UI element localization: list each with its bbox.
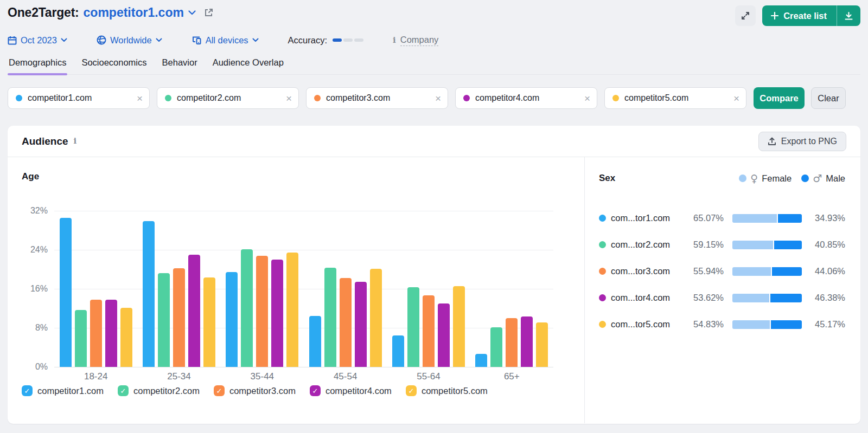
close-icon[interactable]: × <box>435 93 441 104</box>
age-bar-competitor5.com-45-54[interactable] <box>370 269 382 367</box>
globe-icon <box>97 35 106 45</box>
legend-label: competitor1.com <box>37 386 104 396</box>
expand-icon <box>741 11 750 21</box>
age-bar-competitor2.com-35-44[interactable] <box>241 249 253 367</box>
devices-filter[interactable]: All devices <box>192 35 259 46</box>
male-percent: 46.38% <box>809 293 845 303</box>
age-bar-competitor5.com-35-44[interactable] <box>286 253 298 367</box>
company-link[interactable]: i Company <box>393 35 438 46</box>
age-group-35-44: 35-44 <box>221 211 304 367</box>
domain-selector[interactable]: competitor1.com <box>84 5 184 20</box>
sex-row-com...tor3.com: com...tor3.com55.94%44.06% <box>599 258 845 285</box>
tab-audience-overlap[interactable]: Audience Overlap <box>212 55 285 74</box>
age-bar-competitor3.com-65+[interactable] <box>506 318 518 367</box>
age-bar-competitor4.com-35-44[interactable] <box>271 260 283 367</box>
checkbox-checked-icon[interactable]: ✓ <box>310 385 321 396</box>
create-list-button[interactable]: Create list <box>762 5 837 26</box>
x-axis-label: 25-34 <box>137 371 220 382</box>
tab-behavior[interactable]: Behavior <box>161 55 199 74</box>
age-bar-competitor2.com-18-24[interactable] <box>75 310 87 367</box>
age-bar-competitor2.com-25-34[interactable] <box>158 273 170 367</box>
compare-button[interactable]: Compare <box>754 87 805 109</box>
legend-item-competitor5.com[interactable]: ✓competitor5.com <box>406 385 488 396</box>
sex-split-bar[interactable] <box>732 214 802 223</box>
external-link-icon[interactable] <box>203 8 214 18</box>
age-bar-competitor2.com-45-54[interactable] <box>324 268 336 367</box>
sex-split-bar[interactable] <box>732 320 802 329</box>
location-filter[interactable]: Worldwide <box>97 35 162 46</box>
age-bar-competitor3.com-35-44[interactable] <box>256 256 268 367</box>
male-percent: 40.85% <box>809 240 845 250</box>
series-color-dot <box>612 95 619 101</box>
age-bar-competitor4.com-18-24[interactable] <box>105 300 117 367</box>
age-bar-competitor5.com-55-64[interactable] <box>453 286 465 367</box>
age-bar-competitor3.com-18-24[interactable] <box>90 300 102 367</box>
sex-title: Sex <box>599 173 615 184</box>
sex-split-bar[interactable] <box>732 294 802 302</box>
age-bar-competitor2.com-55-64[interactable] <box>407 287 419 367</box>
accuracy-meter <box>333 38 363 42</box>
age-bar-competitor4.com-55-64[interactable] <box>438 303 450 367</box>
age-bar-competitor1.com-18-24[interactable] <box>60 218 72 367</box>
female-percent: 53.62% <box>686 293 724 303</box>
checkbox-checked-icon[interactable]: ✓ <box>118 385 129 396</box>
sex-row-domain: com...tor2.com <box>611 240 686 250</box>
info-icon[interactable]: i <box>74 137 77 145</box>
chip-competitor4[interactable]: competitor4.com × <box>455 87 597 109</box>
download-button[interactable] <box>837 5 860 26</box>
date-filter[interactable]: Oct 2023 <box>8 35 67 46</box>
age-bar-competitor4.com-25-34[interactable] <box>188 255 200 367</box>
age-bar-competitor5.com-18-24[interactable] <box>120 308 132 367</box>
chip-competitor5[interactable]: competitor5.com × <box>604 87 746 109</box>
close-icon[interactable]: × <box>584 93 590 104</box>
age-bar-competitor1.com-45-54[interactable] <box>309 316 321 367</box>
x-axis-label: 35-44 <box>221 371 304 382</box>
close-icon[interactable]: × <box>137 93 143 104</box>
age-bar-competitor5.com-25-34[interactable] <box>203 277 215 367</box>
export-to-png-button[interactable]: Export to PNG <box>758 132 846 151</box>
y-axis-tick: 8% <box>22 323 48 333</box>
series-color-dot <box>463 95 470 101</box>
age-bar-competitor1.com-55-64[interactable] <box>392 335 404 367</box>
close-icon[interactable]: × <box>733 93 739 104</box>
chevron-down-icon <box>156 38 162 42</box>
clear-button[interactable]: Clear <box>811 87 846 109</box>
chip-competitor1[interactable]: competitor1.com × <box>8 87 150 109</box>
x-axis-label: 18-24 <box>54 371 137 382</box>
sex-rows: com...tor1.com65.07%34.93%com...tor2.com… <box>599 205 845 338</box>
age-bar-competitor4.com-45-54[interactable] <box>355 282 367 367</box>
legend-item-competitor3.com[interactable]: ✓competitor3.com <box>214 385 296 396</box>
chip-competitor3[interactable]: competitor3.com × <box>306 87 448 109</box>
chip-competitor2[interactable]: competitor2.com × <box>157 87 299 109</box>
age-bar-competitor1.com-25-34[interactable] <box>143 221 155 367</box>
age-bar-competitor3.com-45-54[interactable] <box>340 278 352 367</box>
legend-item-competitor1.com[interactable]: ✓competitor1.com <box>22 385 104 396</box>
checkbox-checked-icon[interactable]: ✓ <box>22 385 33 396</box>
checkbox-checked-icon[interactable]: ✓ <box>214 385 225 396</box>
age-bar-competitor5.com-65+[interactable] <box>536 322 548 367</box>
age-group-55-64: 55-64 <box>387 211 470 367</box>
age-bar-competitor1.com-65+[interactable] <box>475 354 487 367</box>
tab-demographics[interactable]: Demographics <box>8 55 67 74</box>
age-group-18-24: 18-24 <box>54 211 137 367</box>
female-percent: 54.83% <box>686 319 724 329</box>
tab-socioeconomics[interactable]: Socioeconomics <box>80 55 148 74</box>
legend-item-competitor2.com[interactable]: ✓competitor2.com <box>118 385 200 396</box>
sex-split-bar[interactable] <box>732 241 802 249</box>
legend-item-competitor4.com[interactable]: ✓competitor4.com <box>310 385 392 396</box>
chevron-down-icon[interactable] <box>188 10 196 15</box>
y-axis-tick: 0% <box>22 362 48 372</box>
tab-bar: Demographics Socioeconomics Behavior Aud… <box>8 55 860 75</box>
age-bar-competitor3.com-25-34[interactable] <box>173 268 185 367</box>
age-bar-competitor4.com-65+[interactable] <box>521 316 533 367</box>
checkbox-checked-icon[interactable]: ✓ <box>406 385 417 396</box>
male-legend-item: ♂ Male <box>801 172 845 184</box>
close-icon[interactable]: × <box>286 93 292 104</box>
page-title: One2Target: <box>8 5 79 20</box>
sex-row-com...tor2.com: com...tor2.com59.15%40.85% <box>599 231 845 258</box>
sex-split-bar[interactable] <box>732 267 802 276</box>
fullscreen-button[interactable] <box>735 5 756 26</box>
age-bar-competitor1.com-35-44[interactable] <box>226 272 238 367</box>
age-bar-competitor3.com-55-64[interactable] <box>423 295 435 367</box>
age-bar-competitor2.com-65+[interactable] <box>490 327 502 367</box>
